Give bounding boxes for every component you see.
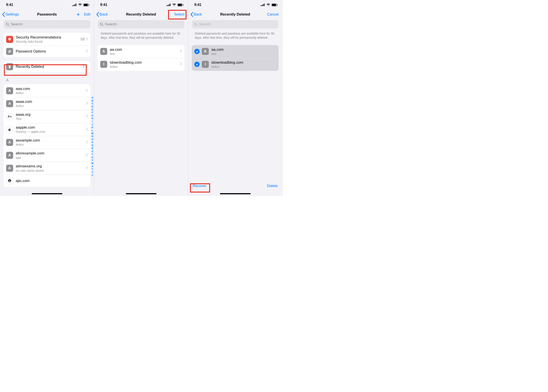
password-row[interactable]: ajio.com [3,175,90,187]
select-button[interactable]: Select [173,11,186,17]
site-favicon [6,177,13,184]
svg-rect-17 [170,3,171,6]
row-security-recommendations[interactable]: Security Recommendations Security risks … [3,33,90,46]
row-title: aa.com [211,47,276,52]
svg-rect-19 [178,4,182,6]
home-indicator[interactable] [32,193,62,194]
search-placeholder: Search [11,22,22,27]
row-subtitle: Test [16,117,86,121]
svg-rect-14 [167,5,167,6]
row-password-options[interactable]: Password Options [3,46,90,57]
back-button[interactable]: Back [96,12,108,17]
row-title: aapple.com [16,125,86,130]
deleted-password-row-selected[interactable]: I idownloadblog.com Ankur [192,58,279,71]
svg-point-21 [100,23,102,25]
nav-bar: Settings Passwords + Edit [0,10,94,19]
chevron-right-icon [86,140,88,144]
search-input[interactable]: Search [98,20,185,28]
checkbox-checked[interactable] [194,49,199,54]
status-time: 9:41 [100,3,107,7]
nav-bar: Back Recently Deleted Select [94,10,188,19]
svg-rect-24 [262,5,262,6]
svg-line-8 [8,25,9,26]
password-row[interactable]: A aaa.com Ankur [3,84,90,97]
password-row[interactable]: A aexample.com Ankur [3,136,90,149]
add-button[interactable]: + [76,11,80,17]
chevron-right-icon [86,49,88,53]
alphabet-index[interactable]: ABCDEFGHIJKLMNOPQRSTUVWXYZ# [91,96,93,177]
row-title: ajio.com [16,179,88,183]
status-indicators [261,3,278,6]
svg-rect-15 [168,5,168,6]
apple-icon [6,126,13,133]
row-title: aaaa.org [16,112,86,117]
svg-rect-25 [263,4,263,6]
row-subtitle: test [211,52,276,56]
row-title: aiimsexams.org [16,164,86,168]
chevron-right-icon [86,65,88,69]
svg-rect-26 [264,3,265,6]
row-title: Password Options [16,49,86,54]
cancel-button[interactable]: Cancel [266,11,280,17]
row-title: aaa.com [16,86,86,91]
home-indicator[interactable] [126,193,157,194]
search-placeholder: Search [105,22,117,27]
checkbox-checked[interactable] [194,62,199,67]
site-initial-icon: I [100,61,107,68]
row-title: idownloadblog.com [211,60,276,65]
delete-button[interactable]: Delete [267,184,278,188]
password-row[interactable]: A·s aaaa.org Test [3,110,90,123]
info-text: Deleted passwords and passkeys are avail… [94,31,188,43]
site-initial-icon: A [6,87,13,94]
row-title: aforexample.com [16,151,86,155]
row-subtitle: Security risks found [16,40,80,43]
password-row[interactable]: aapple.com Dummy — apple.com [3,123,90,136]
deleted-password-row-selected[interactable]: A aa.com test [192,45,279,58]
password-row[interactable]: A aforexample.com aaa [3,149,90,162]
page-title: Recently Deleted [220,12,250,17]
chevron-right-icon [86,153,88,157]
status-time: 9:41 [194,3,201,7]
site-initial-icon: I [202,61,209,68]
row-subtitle: test [110,52,180,56]
page-title: Passwords [37,12,57,17]
row-subtitle: Ankur [16,104,86,108]
site-initial-icon: A [6,139,13,146]
screen-recently-deleted-selecting: 9:41 Back Recently Deleted Cancel Search… [188,0,282,196]
svg-rect-0 [72,5,73,6]
password-row[interactable]: A aaaa.com Ankur [3,97,90,110]
back-button[interactable]: Back [190,12,202,17]
search-input: Search [192,20,279,28]
home-indicator[interactable] [220,193,251,194]
site-initial-icon: A [6,152,13,159]
row-title: aa.com [110,47,180,52]
svg-rect-23 [261,5,261,6]
deleted-password-row[interactable]: A aa.com test [98,45,185,58]
deleted-password-row[interactable]: I idownloadblog.com Ankur [98,58,185,71]
switches-icon [6,48,13,55]
svg-rect-2 [75,4,75,6]
status-bar: 9:41 [188,0,282,10]
row-subtitle: Ankur [16,91,86,95]
row-title: idownloadblog.com [110,60,180,65]
back-button[interactable]: Settings [2,12,19,17]
svg-point-10 [8,50,9,51]
svg-line-22 [102,25,103,26]
shield-warning-icon [6,36,13,43]
site-initial-icon: A [100,48,107,55]
row-title: aexample.com [16,138,86,143]
svg-rect-1 [73,5,74,6]
chevron-right-icon [180,62,182,66]
svg-point-7 [6,23,8,25]
recover-button[interactable]: Recover [192,184,206,188]
edit-button[interactable]: Edit [83,11,92,17]
row-recently-deleted[interactable]: Recently Deleted 2 [3,61,90,72]
svg-rect-3 [76,3,76,6]
row-title: Recently Deleted [16,64,83,69]
password-row[interactable]: A aiimsexams.org no user name saved [3,162,90,175]
svg-rect-6 [89,4,89,6]
passwords-list[interactable]: Security Recommendations Security risks … [0,31,94,196]
search-input[interactable]: Search [3,20,90,28]
row-subtitle: Dummy — apple.com [16,130,86,134]
status-indicators [167,3,184,6]
